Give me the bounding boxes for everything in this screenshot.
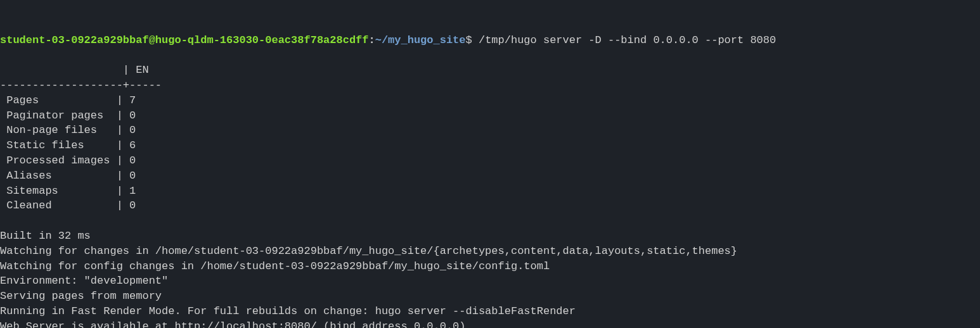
table-divider: -------------------+-----: [0, 79, 162, 91]
table-pad: [136, 185, 148, 197]
table-row-label: Aliases: [0, 170, 117, 182]
table-row-value: 1: [123, 185, 136, 197]
command-input[interactable]: /tmp/hugo server -D --bind 0.0.0.0 --por…: [472, 34, 776, 46]
table-header-suffix: [149, 64, 162, 76]
fast-render-mode: Running in Fast Render Mode. For full re…: [0, 305, 576, 317]
table-pad: [136, 124, 148, 136]
table-pipe: |: [117, 94, 123, 106]
serving-from: Serving pages from memory: [0, 290, 162, 302]
table-pad: [136, 110, 148, 122]
table-row-value: 0: [123, 170, 136, 182]
table-row-value: 0: [123, 110, 136, 122]
table-row-label: Non-page files: [0, 124, 117, 136]
table-pipe: |: [117, 124, 123, 136]
table-pipe: |: [117, 110, 123, 122]
table-row-value: 0: [123, 199, 136, 211]
table-pad: [136, 170, 148, 182]
watching-changes: Watching for changes in /home/student-03…: [0, 245, 737, 257]
table-row-value: 7: [123, 94, 136, 106]
table-pad: [136, 155, 148, 167]
table-header-lang: EN: [136, 64, 148, 76]
prompt-user-host: student-03-0922a929bbaf@hugo-qldm-163030…: [0, 34, 369, 46]
table-row-value: 6: [123, 139, 136, 151]
prompt-dollar: $: [466, 34, 472, 46]
table-row-label: Sitemaps: [0, 185, 117, 197]
table-row-label: Paginator pages: [0, 110, 117, 122]
table-row-label: Static files: [0, 139, 117, 151]
table-pipe: |: [117, 199, 123, 211]
table-header-prefix: |: [0, 64, 136, 76]
table-pad: [136, 94, 148, 106]
table-row-value: 0: [123, 124, 136, 136]
built-time: Built in 32 ms: [0, 230, 91, 242]
environment: Environment: "development": [0, 275, 168, 287]
table-pipe: |: [117, 139, 123, 151]
table-pad: [136, 139, 148, 151]
table-pipe: |: [117, 170, 123, 182]
watching-config: Watching for config changes in /home/stu…: [0, 260, 550, 272]
table-pad: [136, 199, 148, 211]
table-row-value: 0: [123, 155, 136, 167]
webserver-url: Web Server is available at http://localh…: [0, 320, 466, 328]
prompt-path: ~/my_hugo_site: [375, 34, 466, 46]
table-row-label: Pages: [0, 94, 117, 106]
table-row-label: Processed images: [0, 155, 117, 167]
table-row-label: Cleaned: [0, 199, 117, 211]
table-pipe: |: [117, 185, 123, 197]
table-pipe: |: [117, 155, 123, 167]
prompt-separator: :: [369, 34, 375, 46]
